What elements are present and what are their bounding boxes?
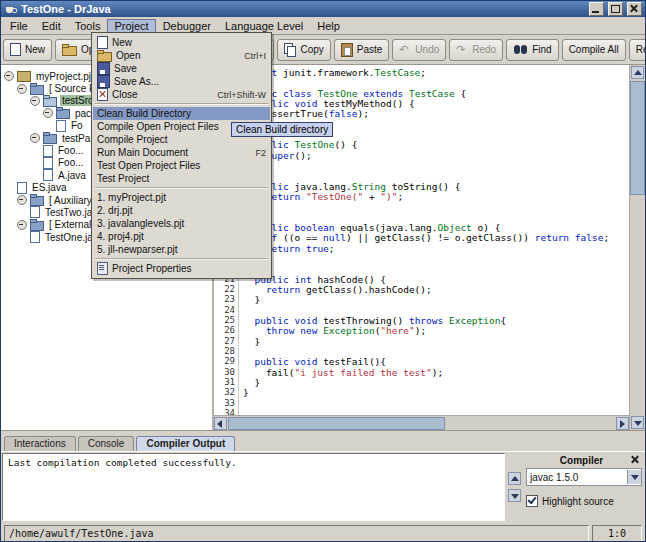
compiler-panel-title: Compiler	[526, 455, 629, 466]
code-line: public void testMyMethod() {	[243, 98, 629, 108]
output-scrollbar	[506, 452, 523, 522]
new-file-icon	[97, 36, 108, 49]
menubar-item-edit[interactable]: Edit	[35, 19, 68, 33]
expander-icon[interactable]	[17, 195, 27, 205]
output-scroll-down-button[interactable]	[508, 489, 521, 502]
checkbox-check-icon[interactable]	[526, 495, 538, 507]
code-line	[243, 212, 629, 222]
menu-item-save[interactable]: Save	[93, 62, 270, 75]
file-icon	[43, 169, 53, 181]
menu-item-test-project[interactable]: Test Project	[93, 172, 270, 185]
menubar-item-help[interactable]: Help	[310, 19, 347, 33]
menu-item-1-myproject-pjt[interactable]: 1. myProject.pjt	[93, 191, 270, 204]
code-line: public int hashCode() {	[243, 274, 629, 284]
project-icon	[17, 71, 31, 82]
save-icon	[97, 62, 110, 75]
scroll-up-button[interactable]	[631, 66, 644, 79]
new-button[interactable]: New	[3, 39, 52, 61]
chevron-down-icon[interactable]	[627, 470, 641, 484]
line-number: 29	[214, 356, 235, 366]
scroll-left-button[interactable]	[214, 417, 227, 430]
vertical-scroll-thumb[interactable]	[630, 81, 645, 195]
reset-button[interactable]: Reset	[629, 39, 646, 61]
menu-separator	[95, 258, 268, 260]
code-line: public java.lang.String toString() {	[243, 181, 629, 191]
horizontal-scroll-thumb[interactable]	[228, 417, 445, 430]
scroll-down-button[interactable]	[631, 416, 644, 429]
line-number: 25	[214, 315, 235, 325]
line-number: 33	[214, 398, 235, 408]
save-icon	[97, 75, 110, 88]
tab-interactions[interactable]: Interactions	[4, 436, 76, 451]
expander-icon[interactable]	[43, 108, 53, 118]
menu-item-open[interactable]: OpenCtrl+I	[93, 49, 270, 62]
expander-icon[interactable]	[4, 71, 14, 81]
menubar-item-project[interactable]: Project	[107, 19, 155, 33]
menu-item-4-proj4-pjt[interactable]: 4. proj4.pjt	[93, 230, 270, 243]
tooltip: Clean Build directory	[231, 122, 333, 137]
menu-item-new[interactable]: New	[93, 36, 270, 49]
menubar-item-file[interactable]: File	[3, 19, 35, 33]
menu-item-clean-build-directory[interactable]: Clean Build Directory	[93, 107, 270, 120]
file-icon	[30, 206, 40, 218]
file-icon	[43, 157, 53, 169]
code-line: }	[243, 294, 629, 304]
status-file-path: /home/awulf/TestOne.java	[4, 525, 589, 542]
menu-item-run-main-document[interactable]: Run Main DocumentF2	[93, 146, 270, 159]
menubar-item-language-level[interactable]: Language Level	[218, 19, 310, 33]
bottom-panel: Last compilation completed successfully.…	[1, 451, 645, 522]
compiler-panel: Compiler javac 1.5.0 Highlight source	[523, 452, 645, 522]
close-panel-icon[interactable]	[629, 454, 642, 466]
expander-icon[interactable]	[17, 220, 27, 230]
minimize-button[interactable]	[589, 2, 604, 16]
file-icon	[30, 231, 40, 243]
highlight-source-checkbox[interactable]: Highlight source	[526, 495, 642, 507]
code-line: import junit.framework.TestCase;	[243, 67, 629, 77]
menu-item-close[interactable]: CloseCtrl+Shift-W	[93, 88, 270, 101]
compiler-dropdown[interactable]: javac 1.5.0	[526, 468, 642, 486]
code-line	[243, 408, 629, 415]
code-line: }	[243, 160, 629, 170]
find-button[interactable]: Find	[506, 39, 558, 61]
redo-icon	[456, 43, 468, 56]
menubar-item-debugger[interactable]: Debugger	[156, 19, 218, 33]
code-line: public void testThrowing() throws Except…	[243, 315, 629, 325]
scroll-right-button[interactable]	[616, 417, 629, 430]
tab-compiler-output[interactable]: Compiler Output	[136, 436, 235, 451]
editor-vertical-scrollbar[interactable]	[629, 65, 645, 430]
expander-icon[interactable]	[17, 84, 27, 94]
code-line	[243, 170, 629, 180]
menubar-item-tools[interactable]: Tools	[68, 19, 108, 33]
status-caret-position: 1:0	[592, 525, 642, 542]
compiler-dropdown-value: javac 1.5.0	[527, 472, 627, 483]
menu-item-project-properties[interactable]: Project Properties	[93, 262, 270, 275]
output-scroll-up-button[interactable]	[508, 472, 521, 485]
code-line: public void testFail(){	[243, 356, 629, 366]
undo-icon	[399, 43, 411, 56]
editor-horizontal-scrollbar[interactable]	[214, 415, 629, 430]
redo-button[interactable]: Redo	[449, 39, 503, 61]
code-line: return getClass().hashCode();	[243, 284, 629, 294]
code-area[interactable]: import junit.framework.TestCase; public …	[239, 65, 629, 415]
file-icon	[56, 120, 66, 132]
undo-button[interactable]: Undo	[392, 39, 446, 61]
maximize-button[interactable]	[608, 2, 623, 16]
menu-item-2-drj-pjt[interactable]: 2. drj.pjt	[93, 204, 270, 217]
menu-item-save-as[interactable]: Save As...	[93, 75, 270, 88]
copy-button[interactable]: Copy	[277, 39, 330, 61]
tab-console[interactable]: Console	[78, 436, 135, 451]
menu-item-3-javalanglevels-pjt[interactable]: 3. javalanglevels.pjt	[93, 217, 270, 230]
paste-button[interactable]: Paste	[334, 39, 390, 61]
close-button[interactable]	[627, 2, 642, 16]
code-line: return "TestOne(" + ")";	[243, 191, 629, 201]
line-number: 24	[214, 305, 235, 315]
editor: 1234567891011121314151617181920212223242…	[214, 65, 645, 430]
menu-item-test-open-project-files[interactable]: Test Open Project Files	[93, 159, 270, 172]
compile-all-button[interactable]: Compile All	[562, 39, 626, 61]
folder-icon	[56, 109, 70, 119]
find-icon	[513, 44, 528, 55]
menu-item-5-jll-newparser-pjt[interactable]: 5. jll-newparser.pjt	[93, 243, 270, 256]
expander-icon[interactable]	[30, 133, 40, 143]
expander-icon[interactable]	[30, 96, 40, 106]
code-line: fail("i just failed the test");	[243, 367, 629, 377]
